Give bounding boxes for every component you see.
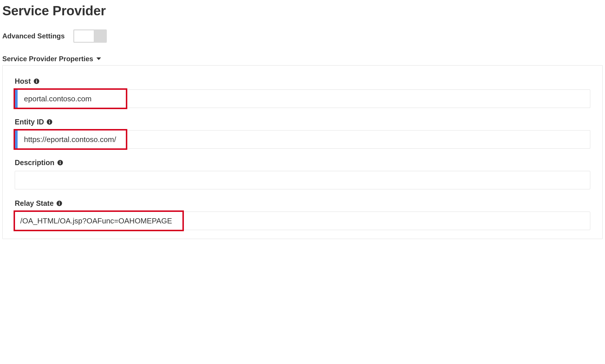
svg-rect-5 bbox=[49, 122, 50, 124]
description-input[interactable] bbox=[15, 171, 590, 189]
info-icon[interactable] bbox=[34, 79, 39, 84]
advanced-settings-row: Advanced Settings bbox=[2, 29, 603, 43]
svg-rect-2 bbox=[36, 81, 37, 83]
toggle-knob bbox=[74, 30, 94, 42]
advanced-settings-label: Advanced Settings bbox=[2, 32, 65, 40]
host-field-group: Host bbox=[15, 77, 590, 108]
page-title: Service Provider bbox=[2, 3, 603, 18]
info-icon[interactable] bbox=[57, 201, 62, 206]
section-header-text: Service Provider Properties bbox=[2, 55, 93, 63]
host-input[interactable] bbox=[15, 89, 590, 108]
svg-point-7 bbox=[59, 161, 60, 162]
svg-rect-11 bbox=[59, 203, 60, 205]
relay-state-input-wrap bbox=[15, 212, 590, 230]
info-icon[interactable] bbox=[47, 119, 52, 125]
entity-id-input-wrap bbox=[15, 130, 590, 149]
relay-state-field-group: Relay State bbox=[15, 199, 590, 230]
svg-point-4 bbox=[49, 120, 50, 121]
relay-state-input[interactable] bbox=[15, 212, 590, 230]
svg-point-10 bbox=[59, 202, 60, 203]
host-input-wrap bbox=[15, 89, 590, 108]
relay-state-label: Relay State bbox=[15, 199, 54, 208]
entity-id-label: Entity ID bbox=[15, 118, 44, 126]
description-field-group: Description bbox=[15, 158, 590, 189]
section-header[interactable]: Service Provider Properties bbox=[2, 55, 603, 63]
svg-point-1 bbox=[36, 80, 37, 81]
caret-down-icon bbox=[96, 57, 101, 61]
host-label: Host bbox=[15, 77, 31, 85]
advanced-settings-toggle[interactable] bbox=[73, 29, 107, 43]
info-icon[interactable] bbox=[57, 160, 63, 165]
svg-rect-8 bbox=[60, 162, 61, 164]
properties-panel: Host Entity ID Description bbox=[2, 65, 603, 239]
entity-id-input[interactable] bbox=[15, 130, 590, 149]
description-input-wrap bbox=[15, 171, 590, 189]
description-label: Description bbox=[15, 158, 55, 167]
entity-id-field-group: Entity ID bbox=[15, 118, 590, 149]
